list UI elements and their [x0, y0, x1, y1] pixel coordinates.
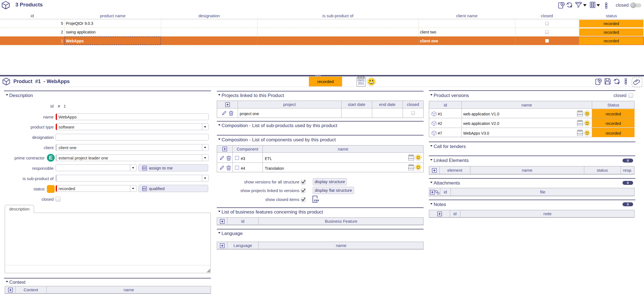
svg-text:csv: csv — [314, 198, 319, 202]
